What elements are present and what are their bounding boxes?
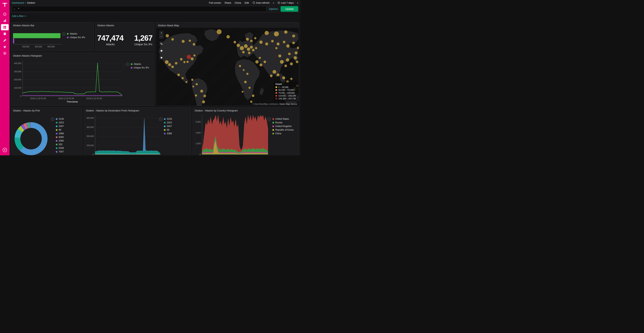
expand-nav-button[interactable]: [1, 147, 8, 153]
legend-item[interactable]: Russia: [272, 121, 294, 124]
legend-toggle-button[interactable]: ›: [62, 33, 65, 36]
svg-text:2018-11-22 01:00: 2018-11-22 01:00: [86, 97, 102, 100]
sidebar-item-visualize[interactable]: [1, 18, 8, 24]
refresh-icon: [252, 2, 255, 4]
sidebar: [0, 0, 10, 155]
legend-item[interactable]: 3128: [56, 118, 64, 120]
legend-item[interactable]: United Kingdom: [272, 125, 294, 128]
legend-item[interactable]: 3388: [56, 132, 64, 135]
breadcrumb-dashboard[interactable]: Dashboard: [12, 1, 24, 4]
edit-button[interactable]: Edit: [244, 1, 249, 4]
legend-color-dot: [131, 63, 132, 65]
sidebar-item-management[interactable]: [1, 50, 8, 56]
legend-item[interactable]: 8080: [56, 136, 64, 139]
legend-item[interactable]: 2323: [56, 121, 64, 124]
legend-item[interactable]: 7007: [56, 150, 64, 153]
svg-text:0: 0: [92, 153, 94, 155]
sidebar-item-tpot[interactable]: [1, 31, 8, 37]
legend-item[interactable]: 3128: [164, 118, 172, 120]
legend-item[interactable]: Unique Src IPs: [67, 36, 85, 39]
dashboard-grid: Glutton Attacks Bar 200,000400,000600,00…: [10, 19, 300, 155]
map-rectangle-filter-button[interactable]: [160, 56, 163, 60]
map-canvas[interactable]: + −: [156, 28, 299, 106]
legend-item[interactable]: 5038: [56, 147, 64, 149]
panel-title: Glutton Attacks: [96, 23, 154, 27]
attacks-bar-chart[interactable]: 200,000400,000600,000: [13, 33, 64, 51]
time-back-button[interactable]: ‹: [273, 1, 274, 5]
legend-item[interactable]: 98: [56, 129, 64, 131]
attacks-histogram-chart[interactable]: 0100,000200,000300,000400,0002018-11-18 …: [12, 59, 124, 105]
auto-refresh-button[interactable]: Auto-refresh: [252, 1, 270, 4]
svg-text:6,000: 6,000: [196, 121, 201, 123]
legend-toggle-button[interactable]: ›: [159, 118, 162, 121]
legend-color-dot: [272, 122, 274, 124]
legend-toggle-button[interactable]: ›: [126, 63, 129, 66]
sidebar-item-devtools[interactable]: [1, 37, 8, 43]
map-zoom-out-button[interactable]: −: [160, 35, 163, 39]
telekom-logo[interactable]: [2, 2, 7, 8]
breadcrumb-separator: /: [25, 1, 26, 4]
legend-item[interactable]: United States: [272, 118, 294, 120]
legend-item[interactable]: 98: [164, 129, 172, 131]
polygon-icon: [160, 50, 163, 52]
svg-text:600,000: 600,000: [47, 46, 55, 48]
legend-item[interactable]: Attacks: [67, 33, 85, 35]
legend-item[interactable]: 502: [56, 143, 64, 146]
panel-glutton-attacks-bar: Glutton Attacks Bar 200,000400,000600,00…: [11, 22, 94, 51]
auto-refresh-label: Auto-refresh: [256, 1, 270, 4]
svg-text:400,000: 400,000: [35, 46, 42, 48]
legend-item[interactable]: 2323: [164, 121, 172, 124]
map-polygon-filter-button[interactable]: [160, 49, 163, 53]
panel-glutton-attacks-by-port: Glutton - Attacks by Port › 312823233347…: [11, 107, 82, 155]
time-forward-button[interactable]: ›: [297, 1, 298, 5]
legend-item[interactable]: 3388: [164, 132, 172, 135]
legend-toggle-button[interactable]: ›: [51, 118, 54, 121]
metric-label: Unique Src IPs: [134, 43, 152, 46]
metric-label: Attacks: [97, 43, 124, 46]
legend-label: Republic of Korea: [275, 129, 294, 131]
legend-color-dot: [56, 147, 58, 149]
legend-label: Unique Src IPs: [70, 36, 85, 39]
share-button[interactable]: Share: [225, 1, 231, 4]
update-button[interactable]: Update: [280, 6, 298, 12]
legend-color-dot: [164, 118, 166, 120]
legend-item[interactable]: 3347: [56, 125, 64, 128]
legend-item[interactable]: Attacks: [131, 63, 149, 65]
legend-label: 3347: [167, 125, 172, 128]
legend-color-dot: [56, 129, 58, 131]
legend-color-dot: [56, 151, 58, 153]
panel-glutton-attacks-by-country: Glutton - Attacks by Country Histogram 0…: [192, 107, 299, 155]
query-input[interactable]: >_ *: [12, 6, 266, 12]
legend-item[interactable]: Unique Src IPs: [131, 66, 149, 69]
map-zoom-in-button[interactable]: +: [160, 31, 163, 35]
country-histogram-chart[interactable]: 02,0004,0006,0002018-11-18 01:002018-11-…: [193, 113, 270, 155]
legend-color-dot: [56, 133, 58, 134]
clone-button[interactable]: Clone: [234, 1, 241, 4]
clock-icon: [278, 2, 280, 4]
fullscreen-button[interactable]: Full screen: [209, 1, 221, 4]
legend-toggle-button[interactable]: ›: [268, 118, 271, 121]
map-attribution-ems[interactable]: Elastic Maps Service: [279, 103, 297, 105]
map-legend-bucket: 158,189 – 197,736: [276, 97, 296, 100]
console-prompt-icon: >_: [14, 8, 16, 10]
legend-label: 3390: [59, 139, 64, 142]
legend-item[interactable]: China: [272, 132, 294, 135]
legend-label: 2323: [59, 121, 64, 124]
add-filter-link[interactable]: Add a filter +: [12, 15, 26, 18]
sidebar-item-discover[interactable]: [1, 11, 8, 17]
app-nav: [1, 11, 8, 57]
legend-color-dot: [272, 129, 274, 131]
query-options-link[interactable]: Options: [269, 8, 278, 10]
map-attribution-osm[interactable]: © OpenStreetMap contributors,: [252, 103, 279, 105]
legend-item[interactable]: 3347: [164, 125, 172, 128]
sidebar-item-dashboard[interactable]: [1, 24, 8, 30]
legend-color-dot: [67, 37, 68, 38]
ports-donut-chart[interactable]: [11, 113, 82, 155]
panel-glutton-attacks-by-destination-ports: Glutton - Attacks by Destination Ports H…: [84, 107, 191, 155]
legend-item[interactable]: Republic of Korea: [272, 129, 294, 131]
sidebar-item-monitoring[interactable]: [1, 44, 8, 50]
destination-ports-histogram-chart[interactable]: 0100,000200,000300,000400,0002018-11-18 …: [84, 113, 162, 155]
map-fit-bounds-button[interactable]: [160, 42, 163, 46]
legend-item[interactable]: 3390: [56, 139, 64, 142]
time-range-button[interactable]: Last 7 days: [278, 1, 294, 4]
